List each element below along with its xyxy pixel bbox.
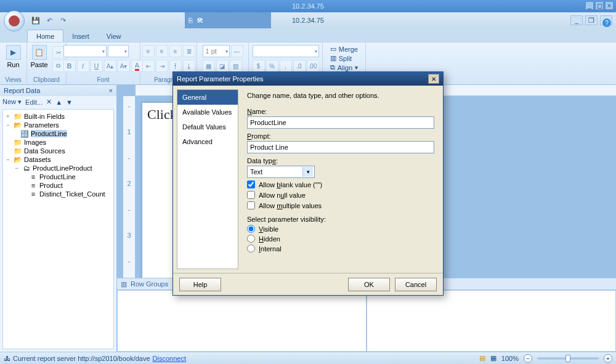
bold-button[interactable]: B	[63, 60, 76, 72]
thousands-button[interactable]: ,	[280, 60, 292, 72]
tab-view[interactable]: View	[98, 30, 130, 42]
help-button[interactable]: Help	[179, 278, 221, 291]
italic-button[interactable]: I	[77, 60, 89, 72]
dialog-close-button[interactable]: ✕	[428, 74, 439, 84]
delete-button[interactable]: ✕	[46, 98, 52, 106]
report-data-close-button[interactable]: ×	[109, 87, 113, 94]
copy-button[interactable]: ⧉	[52, 60, 65, 72]
cut-button[interactable]: ✂	[52, 46, 65, 59]
align-right-button[interactable]: ≡	[169, 45, 182, 57]
align-menu-button[interactable]: ⧉Align ▾	[330, 63, 358, 71]
radio-internal[interactable]: Internal	[247, 245, 434, 253]
zoom-in-button[interactable]: +	[604, 354, 612, 363]
collapse-groups-icon[interactable]: ▥	[121, 280, 127, 288]
outer-minimize-button[interactable]: _	[585, 1, 594, 10]
row-groups-pane[interactable]	[117, 290, 367, 352]
valign-bottom-button[interactable]: ⭳	[183, 60, 195, 72]
undo-icon[interactable]: ↶	[44, 15, 54, 25]
percent-button[interactable]: %	[266, 60, 278, 72]
font-grow-button[interactable]: A▴	[104, 60, 116, 72]
tree-node-parameters[interactable]: −📂Parameters	[4, 121, 112, 129]
dec-dec-button[interactable]: .00	[307, 60, 319, 72]
inner-titlebar: ⎘ 🛠	[185, 12, 271, 28]
prompt-input[interactable]	[247, 141, 434, 153]
font-shrink-button[interactable]: A▾	[118, 60, 130, 72]
tree-node-product-field[interactable]: ≡Product	[4, 181, 112, 190]
datatype-select[interactable]: Text	[247, 166, 315, 178]
name-input[interactable]	[247, 116, 434, 129]
number-format-combo[interactable]	[253, 45, 319, 57]
font-size-combo[interactable]	[108, 45, 129, 57]
border-style-button[interactable]: —	[231, 45, 243, 57]
preview-mode-icon[interactable]: ▦	[490, 354, 496, 362]
dialog-titlebar[interactable]: Report Parameter Properties ✕	[173, 72, 443, 86]
pin-icon[interactable]: ⎘	[188, 17, 193, 24]
move-down-button[interactable]: ▼	[66, 99, 73, 106]
tree-node-datasources[interactable]: 📁Data Sources	[4, 147, 112, 155]
disconnect-link[interactable]: Disconnect	[153, 355, 186, 362]
border-color-button[interactable]: ◪	[216, 60, 229, 72]
fill-color-button[interactable]: ▨	[230, 60, 242, 72]
outer-maximize-button[interactable]: ◻	[595, 1, 604, 10]
paste-button[interactable]: 📋Paste	[29, 45, 50, 68]
nav-available-values[interactable]: Available Values	[177, 105, 238, 119]
design-mode-icon[interactable]: ▤	[479, 354, 485, 362]
inner-restore-button[interactable]: ❐	[585, 15, 598, 25]
redo-icon[interactable]: ↷	[58, 15, 68, 25]
nav-default-values[interactable]: Default Values	[177, 119, 238, 134]
align-center-button[interactable]: ≡	[156, 45, 168, 57]
nav-general[interactable]: General	[177, 90, 238, 105]
split-button[interactable]: ▥Split	[330, 54, 352, 62]
app-orb-button[interactable]	[4, 10, 25, 31]
justify-button[interactable]: ≣	[183, 45, 195, 57]
nav-advanced[interactable]: Advanced	[177, 134, 238, 149]
edit-button[interactable]: Edit...	[25, 99, 43, 106]
inner-minimize-button[interactable]: _	[570, 15, 583, 25]
tree-node-datasets[interactable]: −📂Datasets	[4, 155, 112, 164]
allow-null-checkbox[interactable]: Allow null value	[247, 191, 434, 199]
tree-node-images[interactable]: 📁Images	[4, 138, 112, 147]
tree-node-builtin[interactable]: +📁Built-in Fields	[4, 112, 112, 121]
report-data-toolbar: New ▾ Edit... ✕ ▲ ▼	[0, 96, 116, 108]
cancel-button[interactable]: Cancel	[395, 278, 437, 291]
tree-node-plp[interactable]: −🗂ProductLineProduct	[4, 164, 112, 172]
zoom-thumb[interactable]	[565, 355, 570, 362]
align-left-button[interactable]: ≡	[142, 45, 155, 57]
help-icon[interactable]: ?	[602, 18, 611, 27]
indent-dec-button[interactable]: ⇤	[142, 60, 155, 72]
split-icon: ▥	[330, 54, 336, 62]
underline-button[interactable]: U	[91, 60, 103, 72]
merge-button[interactable]: ▭Merge	[330, 45, 358, 53]
tree-node-dtc-field[interactable]: ≡Distinct_Ticket_Count	[4, 190, 112, 198]
currency-button[interactable]: $	[253, 60, 265, 72]
column-groups-pane[interactable]	[367, 290, 616, 352]
zoom-out-button[interactable]: −	[524, 354, 532, 363]
tree-node-productline-param[interactable]: 🔣ProductLine	[4, 129, 112, 138]
group-label-clipboard: Clipboard	[33, 76, 60, 84]
zoom-slider[interactable]	[537, 357, 599, 360]
datatype-label: Data type:	[247, 157, 434, 164]
border-width-combo[interactable]: 1 pt	[203, 45, 230, 57]
font-family-combo[interactable]	[63, 45, 107, 57]
tree-node-pl-field[interactable]: ≡ProductLine	[4, 172, 112, 181]
allow-multiple-checkbox[interactable]: Allow multiple values	[247, 201, 434, 209]
ok-button[interactable]: OK	[348, 278, 390, 291]
new-menu-button[interactable]: New ▾	[2, 98, 22, 106]
dec-inc-button[interactable]: .0	[293, 60, 306, 72]
report-data-tree[interactable]: +📁Built-in Fields −📂Parameters 🔣ProductL…	[2, 109, 114, 349]
radio-hidden[interactable]: Hidden	[247, 235, 434, 243]
border-sides-button[interactable]: ▦	[203, 60, 215, 72]
tab-insert[interactable]: Insert	[63, 30, 98, 42]
outer-close-button[interactable]: ×	[605, 1, 614, 10]
parameter-properties-dialog: Report Parameter Properties ✕ General Av…	[172, 71, 444, 296]
run-button[interactable]: ▶Run	[3, 45, 24, 68]
save-icon[interactable]: 💾	[31, 15, 41, 25]
allow-blank-checkbox[interactable]: Allow blank value ("")	[247, 180, 434, 188]
tab-home[interactable]: Home	[27, 30, 63, 42]
inner-title-ip: 10.2.34.75	[292, 17, 324, 24]
radio-visible[interactable]: Visible	[247, 225, 434, 233]
valign-top-button[interactable]: ⭱	[169, 60, 182, 72]
indent-inc-button[interactable]: ⇥	[156, 60, 168, 72]
move-up-button[interactable]: ▲	[55, 99, 62, 106]
tools-icon[interactable]: 🛠	[197, 17, 203, 24]
